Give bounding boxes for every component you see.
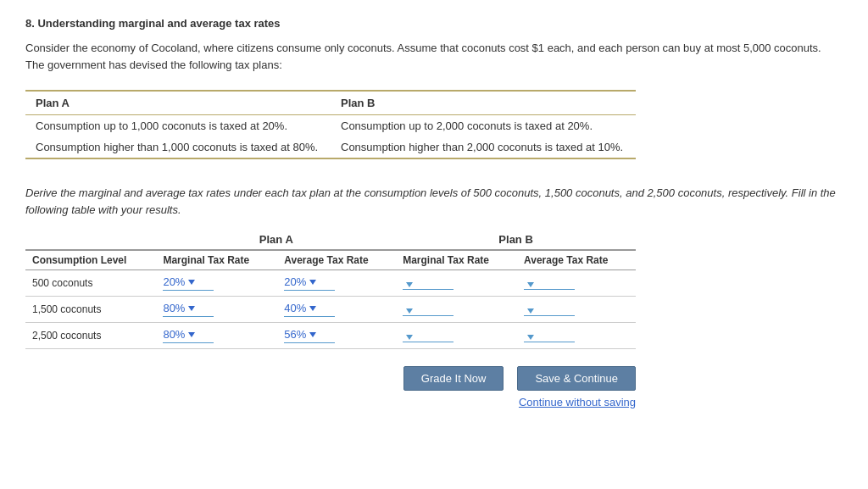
planA-average-cell[interactable]: 40% (277, 297, 396, 323)
dropdown-arrow-icon[interactable] (527, 308, 534, 314)
planB-marginal-cell[interactable] (396, 297, 517, 323)
planA-row1: Consumption up to 1,000 coconuts is taxe… (25, 115, 331, 137)
dropdown-arrow-icon[interactable] (309, 306, 316, 311)
dropdown-arrow-icon[interactable] (309, 280, 316, 285)
col-header-consumption: Consumption Level (25, 250, 156, 270)
col-header-planA-average: Average Tax Rate (277, 250, 396, 270)
planB-average-cell[interactable] (517, 323, 636, 349)
planA-header: Plan A (25, 91, 331, 115)
table-row: 2,500 coconuts80%56% (25, 323, 636, 349)
col-consumption-blank (25, 230, 156, 250)
dropdown-arrow-icon[interactable] (188, 280, 195, 285)
question-intro: Consider the economy of Cocoland, where … (25, 40, 843, 73)
dropdown-arrow-icon[interactable] (309, 332, 316, 337)
planA-row2: Consumption higher than 1,000 coconuts i… (25, 136, 331, 158)
dropdown-arrow-icon[interactable] (188, 306, 195, 311)
consumption-level: 2,500 coconuts (25, 323, 156, 349)
derive-text: Derive the marginal and average tax rate… (25, 185, 843, 218)
continue-without-saving-link[interactable]: Continue without saving (25, 396, 636, 408)
question-container: 8. Understanding marginal and average ta… (25, 17, 843, 408)
consumption-level: 1,500 coconuts (25, 297, 156, 323)
planB-row2: Consumption higher than 2,000 coconuts i… (331, 136, 636, 158)
col-header-planB-average: Average Tax Rate (517, 250, 636, 270)
planB-results-header: Plan B (396, 230, 636, 250)
planB-marginal-cell[interactable] (396, 270, 517, 297)
table-row: 500 coconuts20%20% (25, 270, 636, 297)
planA-results-header: Plan A (156, 230, 396, 250)
planB-average-cell[interactable] (517, 270, 636, 297)
dropdown-arrow-icon[interactable] (406, 308, 413, 314)
button-row: Grade It Now Save & Continue (25, 366, 636, 391)
grade-button[interactable]: Grade It Now (403, 366, 504, 391)
dropdown-arrow-icon[interactable] (406, 335, 413, 340)
save-continue-button[interactable]: Save & Continue (517, 366, 636, 391)
planB-header: Plan B (331, 91, 636, 115)
question-title: 8. Understanding marginal and average ta… (25, 17, 843, 30)
planA-marginal-cell[interactable]: 20% (156, 270, 277, 297)
consumption-level: 500 coconuts (25, 270, 156, 297)
planB-row1: Consumption up to 2,000 coconuts is taxe… (331, 115, 636, 137)
col-header-planB-marginal: Marginal Tax Rate (396, 250, 517, 270)
table-row: 1,500 coconuts80%40% (25, 297, 636, 323)
dropdown-arrow-icon[interactable] (188, 332, 195, 337)
planA-marginal-cell[interactable]: 80% (156, 323, 277, 349)
planB-marginal-cell[interactable] (396, 323, 517, 349)
results-table: Plan A Plan B Consumption Level Marginal… (25, 230, 636, 349)
dropdown-arrow-icon[interactable] (406, 282, 413, 287)
planA-average-cell[interactable]: 56% (277, 323, 396, 349)
planB-average-cell[interactable] (517, 297, 636, 323)
dropdown-arrow-icon[interactable] (527, 282, 534, 287)
planA-average-cell[interactable]: 20% (277, 270, 396, 297)
planA-marginal-cell[interactable]: 80% (156, 297, 277, 323)
plan-description-table: Plan A Plan B Consumption up to 1,000 co… (25, 90, 636, 159)
col-header-planA-marginal: Marginal Tax Rate (156, 250, 277, 270)
dropdown-arrow-icon[interactable] (527, 335, 534, 340)
